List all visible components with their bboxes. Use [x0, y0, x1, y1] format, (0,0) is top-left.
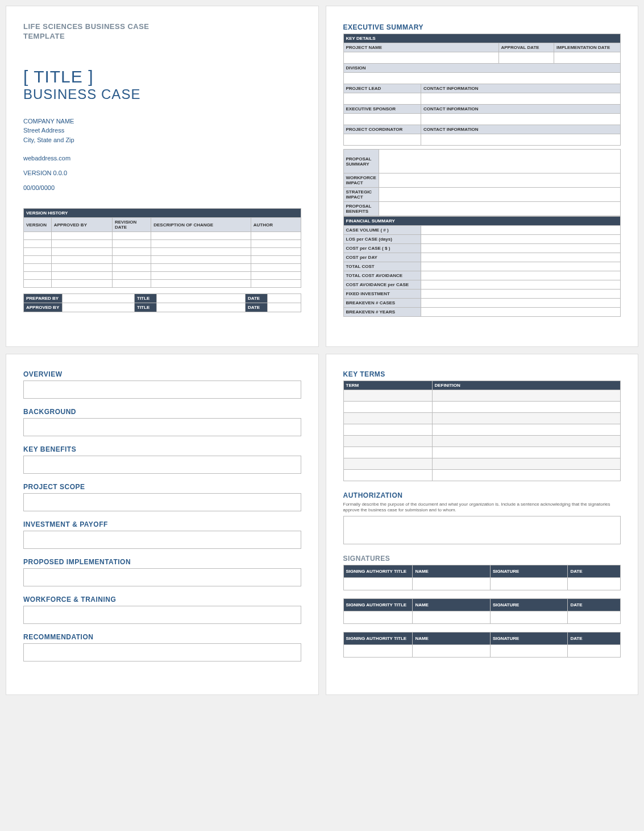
col-approved: APPROVED BY: [51, 218, 112, 232]
table-row: [24, 248, 301, 256]
sig-date-col: DATE: [568, 632, 621, 644]
impl-date-label: IMPLEMENTATION DATE: [554, 43, 621, 52]
exec-summary-heading: EXECUTIVE SUMMARY: [343, 23, 621, 31]
title-label-2: TITLE: [135, 303, 157, 312]
table-row: [343, 93, 621, 105]
company-name: COMPANY NAME: [23, 117, 301, 126]
signature-block-1: SIGNING AUTHORITY TITLE NAME SIGNATURE D…: [343, 565, 621, 590]
key-terms-table: TERM DEFINITION: [343, 381, 621, 481]
recommendation-box: [23, 643, 301, 662]
investment-payoff-heading: INVESTMENT & PAYOFF: [23, 520, 301, 528]
table-row: [343, 73, 621, 84]
table-row: [343, 402, 621, 413]
approved-by-label: APPROVED BY: [24, 303, 63, 312]
key-terms-heading: KEY TERMS: [343, 370, 621, 378]
workforce-impact-label: WORKFORCE IMPACT: [343, 173, 379, 188]
col-revdate: REVISION DATE: [113, 218, 151, 232]
table-row: [24, 232, 301, 240]
table-row: [343, 577, 621, 590]
date-label: 00/00/0000: [23, 184, 301, 191]
proposed-impl-heading: PROPOSED IMPLEMENTATION: [23, 558, 301, 566]
project-scope-heading: PROJECT SCOPE: [23, 483, 301, 491]
table-row: [343, 611, 621, 623]
cost-per-day-label: COST per DAY: [343, 253, 421, 262]
breakeven-cases-label: BREAKEVEN # CASES: [343, 299, 421, 308]
web-address: webaddress.com: [23, 155, 301, 162]
table-row: [343, 458, 621, 470]
table-row: [24, 240, 301, 248]
sig-name-col: NAME: [413, 565, 491, 577]
fixed-investment-label: FIXED INVESTMENT: [343, 290, 421, 299]
project-lead-label: PROJECT LEAD: [343, 84, 421, 93]
sig-signature-col: SIGNATURE: [490, 632, 568, 644]
key-benefits-heading: KEY BENEFITS: [23, 445, 301, 453]
background-heading: BACKGROUND: [23, 408, 301, 416]
project-name-label: PROJECT NAME: [343, 43, 498, 52]
cost-avoidance-per-case-label: COST AVOIDANCE per CASE: [343, 280, 421, 290]
authorization-heading: AUTHORIZATION: [343, 491, 621, 499]
prepared-by-label: PREPARED BY: [24, 294, 63, 303]
page-4-terms-auth: KEY TERMS TERM DEFINITION AUTHORIZATION …: [326, 354, 639, 695]
date-value-1: [268, 294, 301, 303]
title-label-1: TITLE: [135, 294, 157, 303]
total-cost-label: TOTAL COST: [343, 262, 421, 271]
table-row: [24, 264, 301, 272]
strategic-impact-label: STRATEGIC IMPACT: [343, 188, 379, 202]
workforce-training-box: [23, 606, 301, 624]
investment-payoff-box: [23, 531, 301, 549]
table-row: [343, 447, 621, 458]
breakeven-years-label: BREAKEVEN # YEARS: [343, 308, 421, 317]
page-2-executive-summary: EXECUTIVE SUMMARY KEY DETAILS PROJECT NA…: [326, 6, 639, 347]
table-row: [343, 52, 621, 64]
template-label-line1: LIFE SCIENCES BUSINESS CASE: [23, 22, 149, 31]
table-row: [343, 413, 621, 424]
total-cost-avoidance-label: TOTAL COST AVOIDANCE: [343, 271, 421, 280]
date-value-2: [268, 303, 301, 312]
date-label-2: DATE: [246, 303, 268, 312]
background-box: [23, 418, 301, 436]
table-row: [343, 390, 621, 402]
key-details-title: KEY DETAILS: [343, 34, 621, 43]
division-label: DIVISION: [343, 64, 621, 73]
project-coord-label: PROJECT COORDINATOR: [343, 125, 421, 134]
sig-name-col: NAME: [413, 632, 491, 644]
col-author: AUTHOR: [251, 218, 301, 232]
doc-title: [ TITLE ]: [23, 67, 301, 86]
title-block: [ TITLE ] BUSINESS CASE: [23, 67, 301, 102]
version-history-table: VERSION HISTORY VERSION APPROVED BY REVI…: [23, 208, 301, 288]
proposed-impl-box: [23, 568, 301, 586]
title-value-2: [157, 303, 246, 312]
table-row: [343, 114, 621, 125]
approved-by-value: [63, 303, 135, 312]
workforce-training-heading: WORKFORCE & TRAINING: [23, 596, 301, 603]
los-per-case-label: LOS per CASE (days): [343, 235, 421, 244]
financial-summary-table: FINANCIAL SUMMARY CASE VOLUME ( # ) LOS …: [343, 216, 621, 317]
table-row: [343, 470, 621, 481]
contact-info-label-1: CONTACT INFORMATION: [421, 84, 621, 93]
sig-title-col: SIGNING AUTHORITY TITLE: [343, 598, 413, 611]
sig-name-col: NAME: [413, 598, 491, 611]
authorization-note: Formally describe the purpose of the doc…: [343, 502, 621, 514]
sig-title-col: SIGNING AUTHORITY TITLE: [343, 565, 413, 577]
table-row: [24, 280, 301, 288]
signature-block-3: SIGNING AUTHORITY TITLE NAME SIGNATURE D…: [343, 632, 621, 658]
table-row: [343, 134, 621, 146]
overview-box: [23, 381, 301, 399]
proposal-summary-label: PROPOSAL SUMMARY: [343, 150, 379, 173]
table-row: [343, 436, 621, 447]
proposal-table: PROPOSAL SUMMARY WORKFORCE IMPACT STRATE…: [343, 149, 621, 216]
col-desc: DESCRIPTION OF CHANGE: [151, 218, 251, 232]
project-scope-box: [23, 493, 301, 511]
template-label: LIFE SCIENCES BUSINESS CASE TEMPLATE: [23, 22, 301, 42]
case-volume-label: CASE VOLUME ( # ): [343, 226, 421, 235]
table-row: [343, 424, 621, 436]
approval-date-label: APPROVAL DATE: [498, 43, 554, 52]
proposal-benefits-label: PROPOSAL BENEFITS: [343, 202, 379, 216]
table-row: [24, 272, 301, 280]
exec-sponsor-label: EXECUTIVE SPONSOR: [343, 105, 421, 114]
sig-title-col: SIGNING AUTHORITY TITLE: [343, 632, 413, 644]
table-row: [343, 644, 621, 657]
financial-summary-title: FINANCIAL SUMMARY: [343, 217, 621, 226]
signatures-heading: SIGNATURES: [343, 555, 621, 563]
page-3-sections: OVERVIEW BACKGROUND KEY BENEFITS PROJECT…: [6, 354, 319, 695]
